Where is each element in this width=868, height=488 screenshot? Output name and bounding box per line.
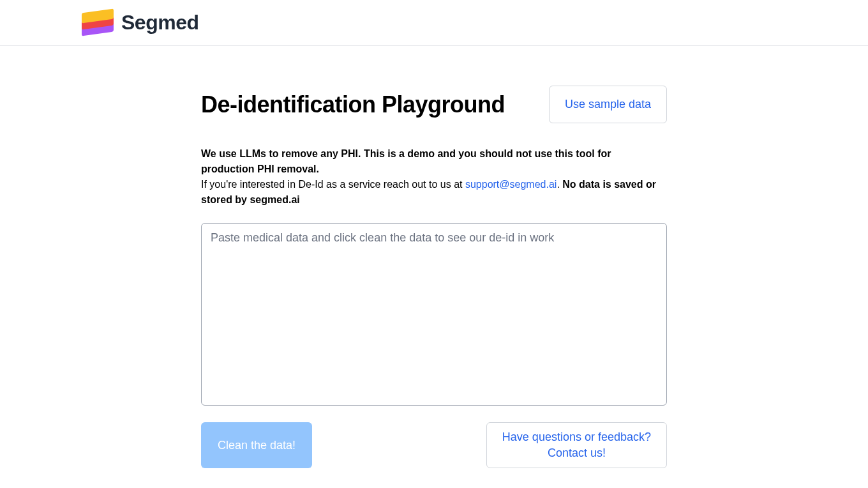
app-header: Segmed [0, 0, 868, 46]
action-row: Clean the data! Have questions or feedba… [201, 422, 667, 468]
clean-data-button[interactable]: Clean the data! [201, 422, 312, 468]
use-sample-data-button[interactable]: Use sample data [549, 86, 667, 123]
feedback-contact-button[interactable]: Have questions or feedback? Contact us! [486, 422, 667, 468]
feedback-line1: Have questions or feedback? [502, 429, 651, 445]
description-bold-intro: We use LLMs to remove any PHI. This is a… [201, 148, 611, 174]
description-after-email: . [557, 179, 562, 190]
medical-data-input[interactable] [201, 223, 667, 406]
page-title: De-identification Playground [201, 91, 505, 118]
brand-name: Segmed [121, 11, 198, 34]
main-content: De-identification Playground Use sample … [201, 46, 667, 468]
support-email-link[interactable]: support@segmed.ai [465, 179, 557, 190]
brand-logo[interactable]: Segmed [82, 11, 198, 35]
description-line2-prefix: If you're interested in De-Id as a servi… [201, 179, 465, 190]
title-row: De-identification Playground Use sample … [201, 86, 667, 123]
segmed-logo-icon [82, 11, 114, 35]
feedback-line2: Contact us! [502, 445, 651, 461]
description-text: We use LLMs to remove any PHI. This is a… [201, 146, 667, 208]
